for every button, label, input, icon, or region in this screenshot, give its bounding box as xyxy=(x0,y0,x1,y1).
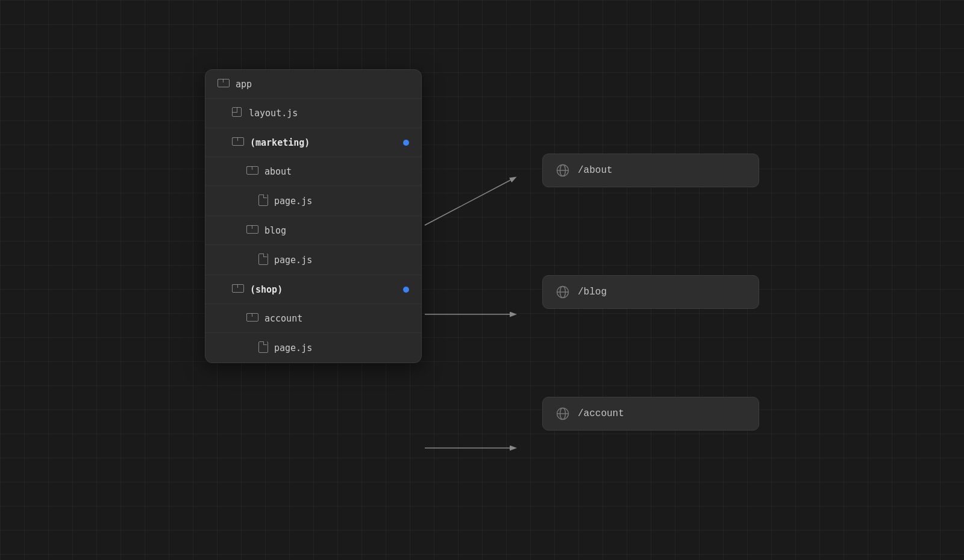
tree-item-label: account xyxy=(264,313,409,324)
route-box-account: /account xyxy=(542,397,759,431)
tree-item-label: page.js xyxy=(274,196,409,207)
globe-icon xyxy=(556,407,569,420)
tree-item-label: about xyxy=(264,166,409,177)
file-icon xyxy=(258,254,267,266)
tree-item-about-page-js[interactable]: page.js xyxy=(205,186,421,216)
layout-icon xyxy=(232,107,242,119)
tree-item-shop[interactable]: (shop) xyxy=(205,275,421,304)
tree-item-about[interactable]: about xyxy=(205,157,421,186)
route-label-account: /account xyxy=(578,408,624,419)
tree-item-label: layout.js xyxy=(249,108,409,119)
svg-line-1 xyxy=(425,178,515,225)
tree-item-layout-js[interactable]: layout.js xyxy=(205,99,421,128)
blue-dot-marketing xyxy=(403,140,409,146)
folder-icon xyxy=(246,313,257,324)
tree-item-blog-page-js[interactable]: page.js xyxy=(205,245,421,275)
folder-icon xyxy=(246,225,257,236)
blue-dot-shop xyxy=(403,287,409,293)
globe-icon xyxy=(556,285,569,299)
route-box-about: /about xyxy=(542,154,759,187)
tree-item-app[interactable]: app xyxy=(205,70,421,99)
main-scene: app layout.js (marketing) about xyxy=(205,69,759,491)
folder-icon xyxy=(232,284,243,295)
globe-icon xyxy=(556,164,569,177)
file-icon xyxy=(258,194,267,207)
route-label-blog: /blog xyxy=(578,287,607,297)
tree-item-label: blog xyxy=(264,225,409,236)
tree-item-marketing[interactable]: (marketing) xyxy=(205,128,421,157)
routes-column: /about /blog /account xyxy=(542,69,759,491)
tree-item-blog[interactable]: blog xyxy=(205,216,421,245)
tree-item-account[interactable]: account xyxy=(205,304,421,333)
folder-icon xyxy=(218,78,228,90)
tree-item-label: app xyxy=(236,79,409,90)
route-box-blog: /blog xyxy=(542,275,759,309)
tree-item-label: (marketing) xyxy=(250,137,403,148)
arrows-svg xyxy=(422,69,542,491)
file-tree: app layout.js (marketing) about xyxy=(205,69,422,363)
tree-item-label: page.js xyxy=(274,343,409,353)
route-label-about: /about xyxy=(578,165,613,176)
folder-icon xyxy=(246,166,257,177)
file-icon xyxy=(258,341,267,354)
tree-item-label: page.js xyxy=(274,255,409,266)
folder-icon xyxy=(232,137,243,148)
tree-item-label: (shop) xyxy=(250,284,403,295)
tree-item-account-page-js[interactable]: page.js xyxy=(205,333,421,362)
